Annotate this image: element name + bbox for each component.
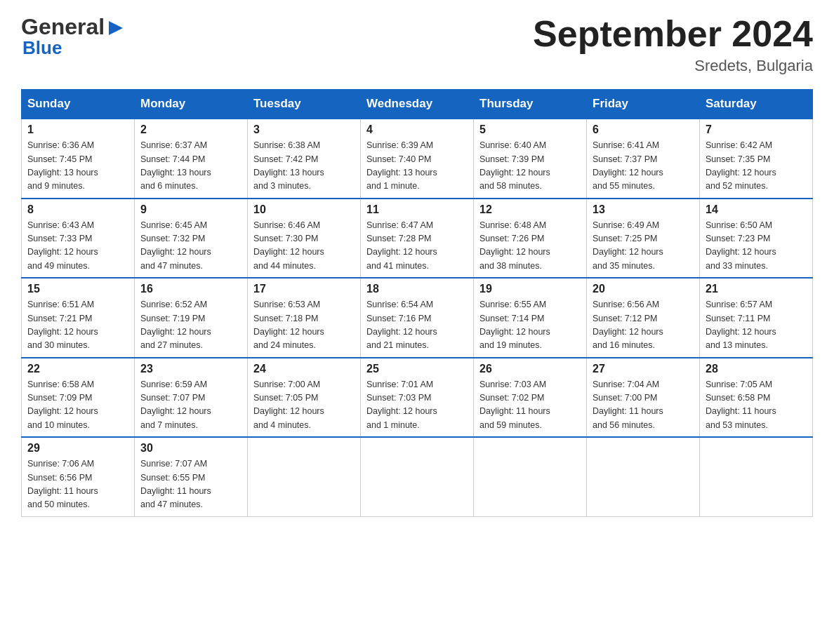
header-tuesday: Tuesday <box>248 90 361 119</box>
calendar-cell <box>474 437 587 516</box>
calendar-table: Sunday Monday Tuesday Wednesday Thursday… <box>21 89 813 517</box>
calendar-cell: 28Sunrise: 7:05 AM Sunset: 6:58 PM Dayli… <box>700 358 813 438</box>
logo: General Blue <box>21 14 126 59</box>
calendar-cell <box>587 437 700 516</box>
header-thursday: Thursday <box>474 90 587 119</box>
day-number: 15 <box>27 283 128 295</box>
day-number: 19 <box>479 283 581 295</box>
week-row-5: 29Sunrise: 7:06 AM Sunset: 6:56 PM Dayli… <box>22 437 813 516</box>
week-row-2: 8Sunrise: 6:43 AM Sunset: 7:33 PM Daylig… <box>22 199 813 279</box>
day-number: 30 <box>140 442 241 455</box>
day-info: Sunrise: 6:50 AM Sunset: 7:23 PM Dayligh… <box>706 219 807 274</box>
week-row-3: 15Sunrise: 6:51 AM Sunset: 7:21 PM Dayli… <box>22 278 813 358</box>
calendar-cell: 29Sunrise: 7:06 AM Sunset: 6:56 PM Dayli… <box>22 437 135 516</box>
day-info: Sunrise: 6:46 AM Sunset: 7:30 PM Dayligh… <box>253 219 355 274</box>
calendar-cell: 27Sunrise: 7:04 AM Sunset: 7:00 PM Dayli… <box>587 358 700 438</box>
header-friday: Friday <box>587 90 700 119</box>
calendar-cell: 12Sunrise: 6:48 AM Sunset: 7:26 PM Dayli… <box>474 199 587 279</box>
svg-marker-0 <box>109 21 123 35</box>
calendar-cell: 10Sunrise: 6:46 AM Sunset: 7:30 PM Dayli… <box>248 199 361 279</box>
day-number: 20 <box>593 283 694 295</box>
week-row-4: 22Sunrise: 6:58 AM Sunset: 7:09 PM Dayli… <box>22 358 813 438</box>
day-info: Sunrise: 7:03 AM Sunset: 7:02 PM Dayligh… <box>479 378 581 433</box>
day-number: 16 <box>140 283 241 295</box>
calendar-cell: 6Sunrise: 6:41 AM Sunset: 7:37 PM Daylig… <box>587 119 700 199</box>
header-saturday: Saturday <box>700 90 813 119</box>
calendar-cell: 9Sunrise: 6:45 AM Sunset: 7:32 PM Daylig… <box>135 199 248 279</box>
calendar-cell: 8Sunrise: 6:43 AM Sunset: 7:33 PM Daylig… <box>22 199 135 279</box>
day-info: Sunrise: 6:47 AM Sunset: 7:28 PM Dayligh… <box>366 219 468 274</box>
day-info: Sunrise: 7:07 AM Sunset: 6:55 PM Dayligh… <box>140 457 241 512</box>
header-wednesday: Wednesday <box>361 90 474 119</box>
day-number: 27 <box>593 363 694 375</box>
calendar-cell: 25Sunrise: 7:01 AM Sunset: 7:03 PM Dayli… <box>361 358 474 438</box>
calendar-cell: 11Sunrise: 6:47 AM Sunset: 7:28 PM Dayli… <box>361 199 474 279</box>
logo-blue-text: Blue <box>22 37 62 59</box>
day-number: 6 <box>593 123 694 136</box>
day-number: 3 <box>253 123 355 136</box>
day-number: 24 <box>253 363 355 375</box>
day-info: Sunrise: 6:52 AM Sunset: 7:19 PM Dayligh… <box>140 298 241 353</box>
logo-triangle-icon <box>106 18 126 38</box>
day-info: Sunrise: 7:05 AM Sunset: 6:58 PM Dayligh… <box>706 378 807 433</box>
day-info: Sunrise: 6:48 AM Sunset: 7:26 PM Dayligh… <box>479 219 581 274</box>
calendar-cell: 2Sunrise: 6:37 AM Sunset: 7:44 PM Daylig… <box>135 119 248 199</box>
day-info: Sunrise: 7:04 AM Sunset: 7:00 PM Dayligh… <box>593 378 694 433</box>
calendar-cell: 22Sunrise: 6:58 AM Sunset: 7:09 PM Dayli… <box>22 358 135 438</box>
calendar-cell: 1Sunrise: 6:36 AM Sunset: 7:45 PM Daylig… <box>22 119 135 199</box>
logo-general-text: General <box>21 14 105 40</box>
calendar-cell: 5Sunrise: 6:40 AM Sunset: 7:39 PM Daylig… <box>474 119 587 199</box>
day-number: 18 <box>366 283 468 295</box>
day-info: Sunrise: 6:38 AM Sunset: 7:42 PM Dayligh… <box>253 139 355 194</box>
calendar-cell: 3Sunrise: 6:38 AM Sunset: 7:42 PM Daylig… <box>248 119 361 199</box>
day-info: Sunrise: 6:41 AM Sunset: 7:37 PM Dayligh… <box>593 139 694 194</box>
day-number: 9 <box>140 203 241 216</box>
calendar-cell: 20Sunrise: 6:56 AM Sunset: 7:12 PM Dayli… <box>587 278 700 358</box>
day-info: Sunrise: 7:00 AM Sunset: 7:05 PM Dayligh… <box>253 378 355 433</box>
calendar-cell: 15Sunrise: 6:51 AM Sunset: 7:21 PM Dayli… <box>22 278 135 358</box>
day-number: 4 <box>366 123 468 136</box>
page-header: General Blue September 2024 Sredets, Bul… <box>21 14 813 75</box>
day-info: Sunrise: 6:45 AM Sunset: 7:32 PM Dayligh… <box>140 219 241 274</box>
day-info: Sunrise: 6:40 AM Sunset: 7:39 PM Dayligh… <box>479 139 581 194</box>
header-sunday: Sunday <box>22 90 135 119</box>
calendar-cell: 19Sunrise: 6:55 AM Sunset: 7:14 PM Dayli… <box>474 278 587 358</box>
day-info: Sunrise: 6:58 AM Sunset: 7:09 PM Dayligh… <box>27 378 128 433</box>
week-row-1: 1Sunrise: 6:36 AM Sunset: 7:45 PM Daylig… <box>22 119 813 199</box>
day-number: 11 <box>366 203 468 216</box>
calendar-cell: 23Sunrise: 6:59 AM Sunset: 7:07 PM Dayli… <box>135 358 248 438</box>
day-number: 5 <box>479 123 581 136</box>
day-info: Sunrise: 6:42 AM Sunset: 7:35 PM Dayligh… <box>706 139 807 194</box>
day-info: Sunrise: 7:06 AM Sunset: 6:56 PM Dayligh… <box>27 457 128 512</box>
header-monday: Monday <box>135 90 248 119</box>
day-info: Sunrise: 7:01 AM Sunset: 7:03 PM Dayligh… <box>366 378 468 433</box>
day-number: 13 <box>593 203 694 216</box>
day-number: 29 <box>27 442 128 455</box>
day-info: Sunrise: 6:39 AM Sunset: 7:40 PM Dayligh… <box>366 139 468 194</box>
calendar-cell <box>700 437 813 516</box>
day-info: Sunrise: 6:49 AM Sunset: 7:25 PM Dayligh… <box>593 219 694 274</box>
day-number: 1 <box>27 123 128 136</box>
weekday-header-row: Sunday Monday Tuesday Wednesday Thursday… <box>22 90 813 119</box>
month-title: September 2024 <box>533 14 813 54</box>
day-number: 25 <box>366 363 468 375</box>
day-info: Sunrise: 6:51 AM Sunset: 7:21 PM Dayligh… <box>27 298 128 353</box>
day-info: Sunrise: 6:54 AM Sunset: 7:16 PM Dayligh… <box>366 298 468 353</box>
day-number: 2 <box>140 123 241 136</box>
day-number: 21 <box>706 283 807 295</box>
day-number: 10 <box>253 203 355 216</box>
calendar-cell: 4Sunrise: 6:39 AM Sunset: 7:40 PM Daylig… <box>361 119 474 199</box>
day-info: Sunrise: 6:59 AM Sunset: 7:07 PM Dayligh… <box>140 378 241 433</box>
day-info: Sunrise: 6:43 AM Sunset: 7:33 PM Dayligh… <box>27 219 128 274</box>
calendar-cell: 21Sunrise: 6:57 AM Sunset: 7:11 PM Dayli… <box>700 278 813 358</box>
day-info: Sunrise: 6:55 AM Sunset: 7:14 PM Dayligh… <box>479 298 581 353</box>
calendar-cell: 7Sunrise: 6:42 AM Sunset: 7:35 PM Daylig… <box>700 119 813 199</box>
day-number: 22 <box>27 363 128 375</box>
day-info: Sunrise: 6:37 AM Sunset: 7:44 PM Dayligh… <box>140 139 241 194</box>
day-info: Sunrise: 6:56 AM Sunset: 7:12 PM Dayligh… <box>593 298 694 353</box>
calendar-cell: 18Sunrise: 6:54 AM Sunset: 7:16 PM Dayli… <box>361 278 474 358</box>
calendar-cell: 16Sunrise: 6:52 AM Sunset: 7:19 PM Dayli… <box>135 278 248 358</box>
calendar-cell: 14Sunrise: 6:50 AM Sunset: 7:23 PM Dayli… <box>700 199 813 279</box>
calendar-cell: 26Sunrise: 7:03 AM Sunset: 7:02 PM Dayli… <box>474 358 587 438</box>
day-number: 8 <box>27 203 128 216</box>
